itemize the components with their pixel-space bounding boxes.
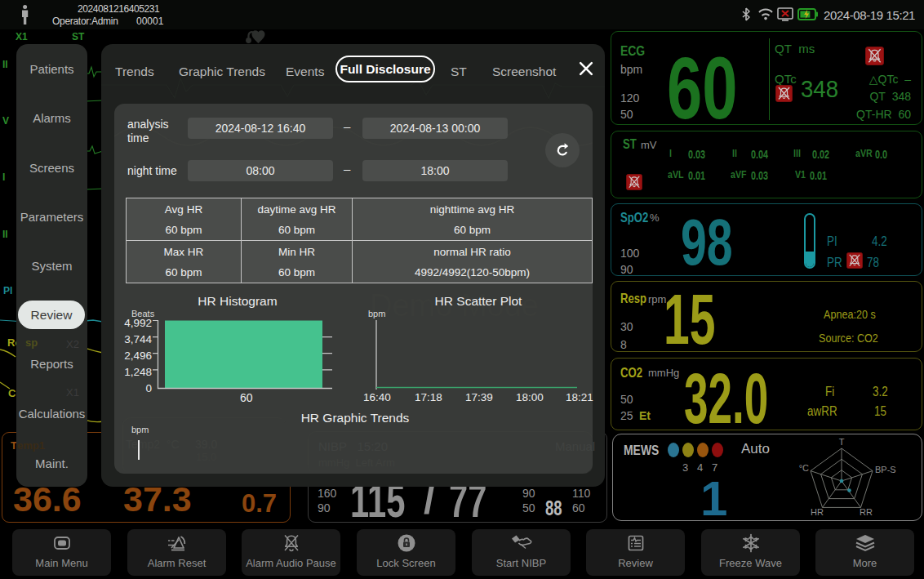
svg-text:RR: RR [860,507,873,517]
svg-text:°C: °C [799,463,809,473]
svg-text:T: T [839,437,845,447]
svg-text:BP-S: BP-S [875,465,896,474]
svg-text:HR: HR [811,507,824,517]
